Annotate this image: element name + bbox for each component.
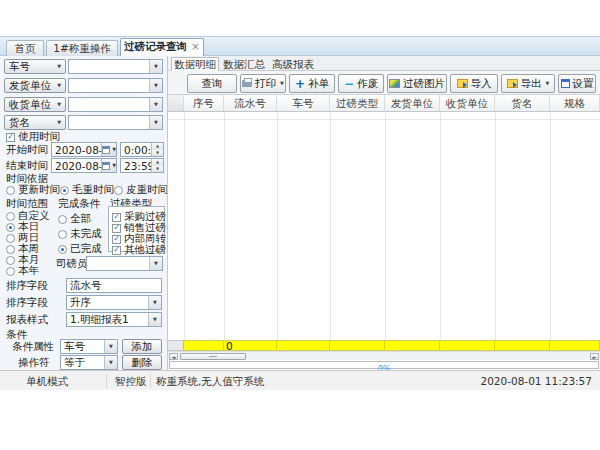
report-style-combo[interactable]: 1.明细报表1 ▼ (66, 312, 162, 327)
condition-op-combo[interactable]: 等于 ▼ (60, 355, 118, 370)
column-header[interactable]: 序号 (184, 95, 224, 111)
import-button[interactable]: 导入 (450, 74, 498, 93)
checkbox-icon: ✓ (6, 133, 15, 142)
grid-header: 序号 流水号 车号 过磅类型 发货单位 收货单位 货名 规格 (168, 95, 600, 112)
weigh-picture-button[interactable]: 过磅图片 (387, 74, 447, 93)
sort-field-input[interactable]: 流水号 (66, 278, 162, 293)
import-icon (457, 79, 468, 88)
chevron-down-icon: ▼ (154, 102, 158, 107)
summary-cell (330, 340, 385, 351)
time-basis-option-gross[interactable]: 毛重时间 (60, 183, 114, 197)
end-date-picker[interactable]: 2020-08-01 ▼ (51, 158, 117, 173)
goods-field-selector[interactable]: 货名 ▼ (4, 115, 66, 130)
chevron-down-icon: ▼ (154, 64, 158, 69)
combo-arrow-button[interactable]: ▼ (149, 257, 162, 270)
combo-arrow-button[interactable]: ▼ (148, 313, 161, 326)
supplement-order-button[interactable]: + 补单 (289, 74, 335, 93)
tab-weigh-record-query[interactable]: 过磅记录查询× (120, 38, 204, 56)
calendar-dropdown-button[interactable]: ▼ (101, 143, 116, 156)
spin-down-icon: ▼ (152, 166, 163, 173)
carno-value-combo[interactable]: ▼ (68, 59, 163, 74)
combo-arrow-button[interactable]: ▼ (104, 340, 117, 353)
combo-arrow-button[interactable]: ▼ (104, 356, 117, 369)
finish-condition-label: 完成条件 (58, 197, 100, 211)
receiver-value-combo[interactable]: ▼ (68, 97, 163, 112)
query-button[interactable]: 查询 (187, 74, 237, 93)
time-basis-option-tare[interactable]: 皮重时间 (114, 183, 168, 197)
combo-arrow-button[interactable]: ▼ (149, 116, 162, 129)
finish-option-all[interactable]: 全部 (58, 212, 91, 226)
combo-arrow-button[interactable]: ▼ (149, 79, 162, 92)
weigher-combo[interactable]: ▼ (86, 256, 163, 271)
row-indicator-header (168, 95, 184, 111)
shipper-value-combo[interactable]: ▼ (68, 78, 163, 93)
grid-column-line (277, 112, 278, 340)
calendar-icon (102, 162, 110, 170)
tab-advanced-report[interactable]: 高级报表 (269, 57, 317, 71)
tab-home[interactable]: 首页 (6, 40, 44, 56)
sort-field-row: 排序字段 流水号 (6, 278, 164, 293)
weigh-type-option-other[interactable]: ✓其他过磅 (112, 243, 166, 257)
spin-down-icon: ▼ (152, 150, 163, 157)
chevron-down-icon: ▼ (57, 83, 61, 88)
tab-data-summary[interactable]: 数据汇总 (220, 57, 268, 71)
grid-body[interactable] (168, 112, 600, 340)
export-icon (507, 79, 518, 88)
scroll-right-icon[interactable]: ► (590, 353, 599, 360)
add-condition-button[interactable]: 添加 (122, 339, 162, 354)
delete-condition-button[interactable]: 删除 (122, 355, 162, 370)
filter-row-carno: 车号 ▼ ▼ (4, 59, 164, 74)
column-header[interactable]: 过磅类型 (330, 95, 385, 111)
summary-cell (277, 340, 330, 351)
summary-cell: 0 (224, 340, 277, 351)
column-header[interactable]: 发货单位 (385, 95, 440, 111)
shipper-field-selector[interactable]: 发货单位 ▼ (4, 78, 66, 93)
column-header[interactable]: 规格 (550, 95, 600, 111)
goods-value-combo[interactable]: ▼ (68, 115, 163, 130)
settings-button[interactable]: 设置 (558, 74, 596, 93)
report-style-row: 报表样式 1.明细报表1 ▼ (6, 312, 164, 327)
sort-order-combo[interactable]: 升序 ▼ (66, 295, 162, 310)
spinner-buttons[interactable]: ▲▼ (151, 159, 163, 172)
close-icon[interactable]: × (191, 40, 200, 52)
tab-label: 首页 (15, 42, 36, 54)
settings-icon (561, 79, 570, 88)
condition-attr-combo[interactable]: 车号 ▼ (60, 339, 118, 354)
combo-arrow-button[interactable]: ▼ (148, 296, 161, 309)
start-date-picker[interactable]: 2020-08-01 ▼ (51, 142, 117, 157)
export-button[interactable]: 导出 ▼ (501, 74, 555, 93)
print-button[interactable]: 打印 ▼ (240, 74, 286, 93)
combo-arrow-button[interactable]: ▼ (149, 98, 162, 111)
horizontal-scrollbar[interactable]: ◄ ► (168, 351, 600, 360)
calendar-dropdown-button[interactable]: ▼ (101, 159, 116, 172)
scrollbar-thumb[interactable] (180, 353, 246, 360)
time-basis-option-update[interactable]: 更新时间 (6, 183, 60, 197)
column-header[interactable]: 收货单位 (440, 95, 495, 111)
grid-column-line (495, 112, 496, 340)
column-header[interactable]: 车号 (277, 95, 330, 111)
plus-icon: + (295, 79, 305, 89)
column-header[interactable]: 货名 (495, 95, 550, 111)
end-time-spinner[interactable]: 23:59:59 ▲▼ (120, 158, 164, 173)
finish-option-finished[interactable]: 已完成 (58, 242, 102, 256)
status-edition: 智控版 (115, 375, 147, 389)
grid-column-line (385, 112, 386, 340)
finish-option-unfinished[interactable]: 未完成 (58, 227, 102, 241)
time-range-option-year[interactable]: 本年 (6, 264, 39, 278)
scroll-left-icon[interactable]: ◄ (169, 353, 178, 360)
column-header[interactable]: 流水号 (224, 95, 277, 111)
app-window: 首页 1#称重操作 过磅记录查询× 车号 ▼ ▼ (0, 36, 600, 389)
grid-column-line (330, 112, 331, 340)
combo-arrow-button[interactable]: ▼ (149, 60, 162, 73)
receiver-field-selector[interactable]: 收货单位 ▼ (4, 97, 66, 112)
status-separator (150, 374, 151, 388)
tab-data-detail[interactable]: 数据明细 (171, 57, 219, 71)
start-time-spinner[interactable]: 0:00:00 ▲▼ (120, 142, 164, 157)
radio-icon (58, 245, 67, 254)
chevron-down-icon: ▼ (154, 261, 158, 266)
carno-field-selector[interactable]: 车号 ▼ (4, 59, 66, 74)
tab-weighing-operation[interactable]: 1#称重操作 (46, 40, 118, 56)
spinner-buttons[interactable]: ▲▼ (151, 143, 163, 156)
void-button[interactable]: − 作废 (338, 74, 384, 93)
data-subtabs: 数据明细 数据汇总 高级报表 (168, 56, 600, 71)
